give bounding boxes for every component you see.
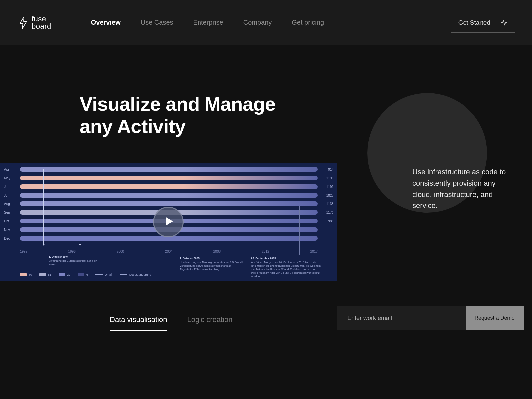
chart-year-tick: 2012	[262, 250, 269, 253]
work-email-input[interactable]	[337, 306, 466, 330]
chart-month-label: Jun	[4, 185, 9, 189]
get-started-label: Get Started	[458, 19, 490, 26]
chart-year-tick: 2017	[310, 250, 318, 253]
lightning-icon	[18, 16, 28, 29]
chart-month-label: Dec	[4, 237, 10, 240]
annotation-arrow	[43, 169, 44, 245]
chart-month-label: Nov	[4, 228, 10, 232]
legend-item: 22	[59, 273, 70, 276]
legend-label: 22	[67, 273, 70, 276]
legend-label: Unfall	[105, 273, 112, 276]
legend-label: 80	[29, 273, 32, 276]
chart-month-label: Aug	[4, 202, 10, 206]
chart-row: Apr914	[20, 165, 318, 174]
chart-row: May1195	[20, 174, 318, 182]
hero-headline-l2: any Activity	[80, 115, 185, 137]
chart-annotation: 1. Oktober 2005 Herabsetzung des Alkohol…	[180, 257, 246, 271]
play-icon	[163, 216, 174, 228]
chart-year-tick: 2008	[213, 250, 221, 253]
hero-headline-l1: Visualize and Manage	[80, 93, 275, 115]
nav-company[interactable]: Company	[243, 19, 272, 26]
tab-logic-creation[interactable]: Logic creation	[187, 315, 232, 331]
chart-band	[20, 193, 318, 198]
chart-band	[20, 201, 318, 206]
chart-value-label: 1195	[326, 176, 333, 180]
chart-x-axis: 1992199620002004200820122017	[20, 247, 318, 253]
primary-nav: Overview Use Cases Enterprise Company Ge…	[91, 19, 324, 26]
chart-year-tick: 2000	[117, 250, 124, 253]
legend-item: 80	[20, 273, 32, 276]
legend-item: 51	[39, 273, 51, 276]
request-demo-button[interactable]: Request a Demo	[466, 306, 524, 330]
legend-label: 51	[48, 273, 51, 276]
chart-row: Jul1027	[20, 191, 318, 200]
brand-wordmark: fuse board	[32, 15, 51, 30]
chart-value-label: 986	[328, 219, 333, 223]
chart-band	[20, 167, 318, 172]
hero-copy: Use infrastructure as code to consistent…	[412, 166, 509, 211]
nav-enterprise[interactable]: Enterprise	[193, 19, 223, 26]
nav-use-cases[interactable]: Use Cases	[141, 19, 173, 26]
legend-item: Gesetzänderung	[120, 273, 151, 276]
nav-pricing[interactable]: Get pricing	[292, 19, 324, 26]
legend-swatch	[39, 273, 46, 276]
legend-label: Gesetzänderung	[129, 273, 151, 276]
legend-swatch	[20, 273, 27, 276]
hero-video-thumbnail: Apr914May1195Jun1199Jul1027Aug1138Sep117…	[0, 163, 337, 281]
site-header: fuse board Overview Use Cases Enterprise…	[0, 0, 532, 45]
chart-value-label: 1027	[326, 194, 333, 197]
legend-swatch	[59, 273, 65, 276]
get-started-button[interactable]: Get Started	[451, 13, 515, 33]
chart-year-tick: 2004	[165, 250, 172, 253]
brand-line1: fuse	[32, 15, 51, 23]
chart-row: Jun1199	[20, 182, 318, 191]
legend-item: 6	[78, 273, 88, 276]
chart-value-label: 1199	[326, 185, 333, 189]
play-button[interactable]	[153, 207, 184, 237]
activity-icon	[500, 19, 508, 26]
legend-swatch	[78, 273, 84, 276]
tab-data-visualisation[interactable]: Data visualisation	[110, 315, 167, 331]
feature-tabs: Data visualisation Logic creation	[110, 315, 232, 331]
brand-line2: board	[32, 23, 51, 30]
legend-line	[95, 274, 103, 275]
chart-value-label: 1171	[326, 211, 333, 214]
chart-annotation: 1. Oktober 1994 Einführung der Gurtentra…	[49, 255, 105, 266]
chart-band	[20, 176, 318, 180]
chart-year-tick: 1996	[68, 250, 75, 253]
legend-line	[120, 274, 127, 275]
chart-band	[20, 184, 318, 189]
chart-month-label: Jul	[4, 194, 8, 197]
nav-overview[interactable]: Overview	[91, 19, 121, 26]
legend-item: Unfall	[95, 273, 112, 276]
chart-month-label: Sep	[4, 211, 10, 214]
chart-year-tick: 1992	[20, 250, 27, 253]
chart-annotation: 26. September 2015 Am frühen Morgen des …	[251, 257, 321, 278]
legend-label: 6	[86, 273, 88, 276]
brand-logo[interactable]: fuse board	[18, 15, 51, 30]
demo-request-form: Request a Demo	[337, 306, 524, 330]
chart-month-label: May	[4, 176, 10, 180]
chart-legend: 8051226UnfallGesetzänderung	[20, 273, 151, 276]
chart-value-label: 914	[328, 168, 333, 171]
annotation-arrow	[80, 169, 80, 245]
chart-month-label: Oct	[4, 219, 9, 223]
chart-value-label: 1138	[326, 202, 333, 206]
chart-month-label: Apr	[4, 168, 9, 171]
hero-headline: Visualize and Manage any Activity	[80, 93, 275, 137]
